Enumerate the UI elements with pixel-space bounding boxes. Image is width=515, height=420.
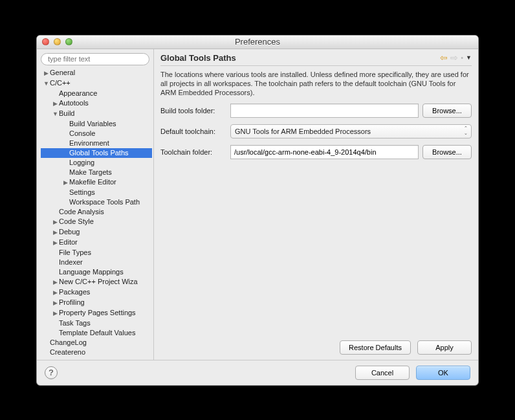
chevron-right-icon[interactable]: ▶ [63, 178, 69, 188]
close-icon[interactable] [42, 38, 49, 45]
tree-label: Template Default Values [59, 329, 135, 337]
build-tools-label: Build tools folder: [160, 107, 226, 115]
tree-label: Console [69, 129, 95, 137]
window-body: ▶General ▼C/C++ Appearance ▶Autotools ▼B… [37, 49, 478, 360]
tree-item-general[interactable]: ▶General [41, 68, 152, 78]
tree-item-new-project-wizard[interactable]: ▶New C/C++ Project Wiza [41, 277, 152, 287]
content-pane: Global Tools Paths ⇦ ⇨ • ▼ The locations… [154, 49, 478, 360]
tree-label: Code Analysis [59, 208, 104, 216]
tree-item-console[interactable]: Console [41, 129, 152, 138]
tree-item-language-mappings[interactable]: Language Mappings [41, 267, 152, 277]
tree-item-build[interactable]: ▼Build [41, 109, 152, 119]
chevron-right-icon[interactable]: ▶ [52, 298, 58, 308]
help-button[interactable]: ? [45, 366, 58, 379]
tree-item-editor[interactable]: ▶Editor [41, 238, 152, 248]
tree-item-logging[interactable]: Logging [41, 158, 152, 168]
tree-item-cpp[interactable]: ▼C/C++ [41, 78, 152, 89]
tree-item-environment[interactable]: Environment [41, 138, 152, 148]
tree-item-task-tags[interactable]: Task Tags [41, 318, 152, 328]
menu-caret-icon[interactable]: ▼ [466, 54, 472, 61]
chevron-right-icon[interactable]: ▶ [52, 278, 58, 287]
chevron-right-icon[interactable]: ▶ [52, 217, 58, 227]
tree-item-makefile-editor[interactable]: ▶Makefile Editor [41, 177, 152, 188]
tree-item-build-variables[interactable]: Build Variables [41, 119, 152, 129]
tree-item-changelog[interactable]: ChangeLog [41, 338, 152, 348]
tree-label: Global Tools Paths [69, 149, 129, 157]
tree-item-indexer[interactable]: Indexer [41, 258, 152, 267]
tree-label: Indexer [59, 258, 83, 266]
default-toolchain-label: Default toolchain: [160, 127, 226, 135]
tree-item-code-analysis[interactable]: Code Analysis [41, 207, 152, 217]
cancel-button[interactable]: Cancel [355, 366, 410, 380]
window-title: Preferences [37, 37, 478, 47]
window-controls [37, 38, 72, 45]
tree-label: Autotools [59, 99, 89, 107]
tree-item-appearance[interactable]: Appearance [41, 89, 152, 98]
flex-spacer [160, 166, 472, 338]
tree-item-packages[interactable]: ▶Packages [41, 287, 152, 298]
tree-label: C/C++ [50, 79, 71, 87]
apply-button[interactable]: Apply [417, 340, 472, 355]
toolchain-folder-label: Toolchain folder: [160, 148, 226, 156]
tree-item-file-types[interactable]: File Types [41, 248, 152, 258]
tree-item-make-targets[interactable]: Make Targets [41, 168, 152, 177]
select-value: GNU Tools for ARM Embedded Processors [235, 127, 371, 135]
ok-button[interactable]: OK [416, 366, 470, 380]
chevron-right-icon[interactable]: ▶ [52, 288, 58, 298]
browse-toolchain-button[interactable]: Browse... [422, 145, 472, 159]
tree-label: Build [59, 109, 74, 117]
tree-item-createreno[interactable]: Createreno [41, 348, 152, 357]
preferences-window: Preferences ▶General ▼C/C++ Appearance ▶… [36, 35, 479, 386]
tree-item-settings[interactable]: Settings [41, 188, 152, 197]
tree-item-debug[interactable]: ▶Debug [41, 227, 152, 238]
page-description: The locations where various tools are in… [160, 65, 472, 104]
tree-item-global-tools-paths[interactable]: Global Tools Paths [41, 148, 152, 158]
build-tools-input[interactable] [230, 104, 419, 118]
filter-input[interactable] [41, 53, 149, 65]
tree-label: Language Mappings [59, 268, 124, 276]
tree-label: Editor [59, 238, 78, 246]
page-button-row: Restore Defaults Apply [160, 338, 472, 360]
tree-label: Build Variables [69, 120, 116, 127]
tree-label: File Types [59, 249, 91, 256]
page-header: Global Tools Paths ⇦ ⇨ • ▼ [154, 49, 478, 65]
preference-tree[interactable]: ▶General ▼C/C++ Appearance ▶Autotools ▼B… [41, 68, 153, 360]
nav-separator: • [461, 54, 463, 61]
tree-label: Environment [69, 139, 109, 147]
tree-label: Task Tags [59, 319, 91, 327]
tree-label: Make Targets [69, 168, 112, 176]
tree-label: General [50, 69, 75, 76]
minimize-icon[interactable] [54, 38, 61, 45]
sidebar: ▶General ▼C/C++ Appearance ▶Autotools ▼B… [37, 49, 154, 360]
browse-build-tools-button[interactable]: Browse... [422, 104, 472, 118]
back-arrow-icon[interactable]: ⇦ [440, 53, 448, 62]
filter-wrap [41, 53, 149, 65]
tree-item-code-style[interactable]: ▶Code Style [41, 217, 152, 227]
tree-label: Property Pages Settings [59, 309, 136, 316]
page-title: Global Tools Paths [160, 53, 440, 63]
tree-label: New C/C++ Project Wiza [59, 278, 138, 285]
chevron-right-icon[interactable]: ▶ [52, 309, 58, 318]
tree-label: Debug [59, 228, 80, 236]
chevron-down-icon[interactable]: ▼ [52, 109, 58, 119]
tree-item-autotools[interactable]: ▶Autotools [41, 98, 152, 109]
default-toolchain-select[interactable]: GNU Tools for ARM Embedded Processors [230, 124, 472, 138]
chevron-right-icon[interactable]: ▶ [52, 99, 58, 109]
tree-item-property-pages[interactable]: ▶Property Pages Settings [41, 308, 152, 318]
page-nav: ⇦ ⇨ • ▼ [440, 53, 472, 62]
chevron-right-icon[interactable]: ▶ [52, 238, 58, 248]
chevron-right-icon[interactable]: ▶ [52, 228, 58, 238]
chevron-down-icon[interactable]: ▼ [43, 79, 49, 89]
row-default-toolchain: Default toolchain: GNU Tools for ARM Emb… [160, 124, 472, 138]
toolchain-folder-input[interactable] [230, 145, 419, 159]
tree-item-workspace-tools-path[interactable]: Workspace Tools Path [41, 197, 152, 207]
zoom-icon[interactable] [65, 38, 72, 45]
tree-label: Createreno [50, 348, 85, 356]
restore-defaults-button[interactable]: Restore Defaults [340, 340, 411, 355]
forward-arrow-icon: ⇨ [450, 53, 458, 62]
tree-item-template-defaults[interactable]: Template Default Values [41, 328, 152, 338]
chevron-right-icon[interactable]: ▶ [43, 69, 49, 78]
tree-label: ChangeLog [50, 338, 87, 346]
titlebar[interactable]: Preferences [37, 36, 478, 49]
tree-item-profiling[interactable]: ▶Profiling [41, 298, 152, 308]
